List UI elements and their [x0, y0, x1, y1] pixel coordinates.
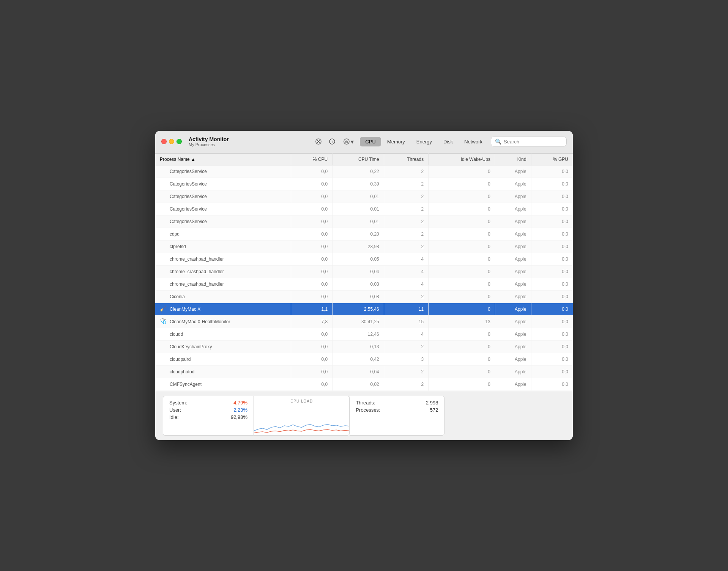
process-kind: Apple — [495, 303, 531, 316]
col-header-threads[interactable]: Threads — [384, 154, 428, 165]
process-gpu-pct: 0,0 — [531, 228, 573, 241]
col-header-name[interactable]: Process Name ▲ — [155, 154, 291, 165]
table-row[interactable]: · cdpd 0,0 0,20 2 0 Apple 0,0 — [155, 228, 573, 241]
processes-value: 572 — [430, 407, 438, 413]
search-input[interactable] — [504, 139, 563, 145]
tab-network[interactable]: Network — [459, 137, 488, 146]
process-kind: Apple — [495, 316, 531, 328]
table-row[interactable]: · chrome_crashpad_handler 0,0 0,03 4 0 A… — [155, 278, 573, 291]
process-kind: Apple — [495, 266, 531, 278]
process-cpu-pct: 0,0 — [291, 253, 332, 266]
maximize-button[interactable] — [176, 139, 182, 144]
minimize-button[interactable] — [169, 139, 174, 144]
table-row[interactable]: · cfprefsd 0,0 23,98 2 0 Apple 0,0 — [155, 241, 573, 253]
process-kind: Apple — [495, 291, 531, 303]
table-row[interactable]: · CMFSyncAgent 0,0 0,02 2 0 Apple 0,0 — [155, 378, 573, 391]
process-idle-wakeups: 0 — [429, 341, 495, 353]
col-header-cpu-time[interactable]: CPU Time — [332, 154, 384, 165]
process-cpu-time: 0,22 — [332, 165, 384, 178]
process-cpu-time: 0,13 — [332, 341, 384, 353]
process-idle-wakeups: 0 — [429, 253, 495, 266]
process-table-body: · CategoriesService 0,0 0,22 2 0 Apple 0… — [155, 165, 573, 391]
process-cpu-time: 12,46 — [332, 328, 384, 341]
user-label: User: — [169, 407, 181, 413]
close-button[interactable] — [161, 139, 167, 144]
process-cpu-pct: 0,0 — [291, 341, 332, 353]
table-row[interactable]: · chrome_crashpad_handler 0,0 0,04 4 0 A… — [155, 266, 573, 278]
table-row[interactable]: · cloudphotod 0,0 0,04 2 0 Apple 0,0 — [155, 366, 573, 378]
info-button[interactable]: i — [327, 136, 337, 147]
process-gpu-pct: 0,0 — [531, 353, 573, 366]
process-cpu-time: 30:41,25 — [332, 316, 384, 328]
table-row[interactable]: · cloudpaird 0,0 0,42 3 0 Apple 0,0 — [155, 353, 573, 366]
process-icon: 🩺 — [160, 318, 167, 326]
process-kind: Apple — [495, 366, 531, 378]
table-row[interactable]: · CategoriesService 0,0 0,22 2 0 Apple 0… — [155, 165, 573, 178]
process-cpu-pct: 1,1 — [291, 303, 332, 316]
close-process-icon — [315, 138, 321, 145]
search-bar[interactable]: 🔍 — [491, 137, 567, 146]
process-gpu-pct: 0,0 — [531, 341, 573, 353]
close-process-button[interactable] — [313, 136, 324, 147]
tab-energy[interactable]: Energy — [411, 137, 437, 146]
col-header-gpu-pct[interactable]: % GPU — [531, 154, 573, 165]
process-name: Ciconia — [170, 294, 185, 299]
table-row[interactable]: · CategoriesService 0,0 0,01 2 0 Apple 0… — [155, 216, 573, 228]
user-value: 2,23% — [233, 407, 247, 413]
col-header-kind[interactable]: Kind — [495, 154, 531, 165]
process-cpu-pct: 0,0 — [291, 203, 332, 216]
tab-memory[interactable]: Memory — [382, 137, 410, 146]
process-idle-wakeups: 0 — [429, 178, 495, 190]
process-name: CategoriesService — [170, 181, 207, 187]
process-threads: 2 — [384, 228, 428, 241]
table-row[interactable]: · chrome_crashpad_handler 0,0 0,05 4 0 A… — [155, 253, 573, 266]
table-row[interactable]: · CategoriesService 0,0 0,01 2 0 Apple 0… — [155, 203, 573, 216]
table-row[interactable]: 🩺 CleanMyMac X HealthMonitor 7,8 30:41,2… — [155, 316, 573, 328]
process-name-cell: · cloudd — [155, 328, 291, 341]
processes-stat-row: Processes: 572 — [356, 407, 438, 413]
table-row[interactable]: · CategoriesService 0,0 0,39 2 0 Apple 0… — [155, 178, 573, 190]
col-header-cpu-pct[interactable]: % CPU — [291, 154, 332, 165]
process-idle-wakeups: 0 — [429, 278, 495, 291]
tab-disk[interactable]: Disk — [438, 137, 458, 146]
process-gpu-pct: 0,0 — [531, 303, 573, 316]
process-cpu-time: 23,98 — [332, 241, 384, 253]
process-idle-wakeups: 0 — [429, 353, 495, 366]
filter-dropdown[interactable]: ⊕ ▾ — [340, 137, 357, 147]
process-gpu-pct: 0,0 — [531, 190, 573, 203]
search-icon: 🔍 — [495, 138, 501, 145]
table-row[interactable]: · CategoriesService 0,0 0,01 2 0 Apple 0… — [155, 190, 573, 203]
toolbar-right: i ⊕ ▾ CPU Memory Energy Disk Network — [313, 136, 567, 147]
process-name: CategoriesService — [170, 169, 207, 174]
table-row[interactable]: · Ciconia 0,0 0,08 2 0 Apple 0,0 — [155, 291, 573, 303]
threads-box: Threads: 2 998 Processes: 572 — [350, 396, 444, 436]
process-kind: Apple — [495, 241, 531, 253]
table-row[interactable]: · CloudKeychainProxy 0,0 0,13 2 0 Apple … — [155, 341, 573, 353]
process-threads: 3 — [384, 353, 428, 366]
system-stat-row: System: 4,79% — [169, 400, 247, 406]
process-threads: 2 — [384, 190, 428, 203]
threads-stat-row: Threads: 2 998 — [356, 400, 438, 406]
tab-cpu[interactable]: CPU — [360, 137, 381, 146]
process-name-cell: 🩺 CleanMyMac X HealthMonitor — [155, 316, 291, 328]
process-idle-wakeups: 0 — [429, 291, 495, 303]
process-idle-wakeups: 0 — [429, 241, 495, 253]
process-gpu-pct: 0,0 — [531, 366, 573, 378]
process-cpu-time: 0,01 — [332, 190, 384, 203]
system-label: System: — [169, 400, 187, 406]
process-name-cell: · CategoriesService — [155, 190, 291, 203]
process-threads: 2 — [384, 291, 428, 303]
table-row[interactable]: 🧹 CleanMyMac X 1,1 2:55,46 11 0 Apple 0,… — [155, 303, 573, 316]
process-kind: Apple — [495, 216, 531, 228]
cpu-graph — [254, 405, 349, 435]
process-cpu-pct: 0,0 — [291, 190, 332, 203]
table-row[interactable]: · cloudd 0,0 12,46 4 0 Apple 0,0 — [155, 328, 573, 341]
process-name-cell: · CategoriesService — [155, 203, 291, 216]
process-threads: 15 — [384, 316, 428, 328]
process-cpu-time: 0,03 — [332, 278, 384, 291]
col-header-idle-wakeups[interactable]: Idle Wake-Ups — [429, 154, 495, 165]
process-name: cdpd — [170, 231, 180, 237]
titlebar: Activity Monitor My Processes i — [155, 131, 573, 153]
process-name-cell: · cdpd — [155, 228, 291, 241]
process-cpu-time: 0,39 — [332, 178, 384, 190]
